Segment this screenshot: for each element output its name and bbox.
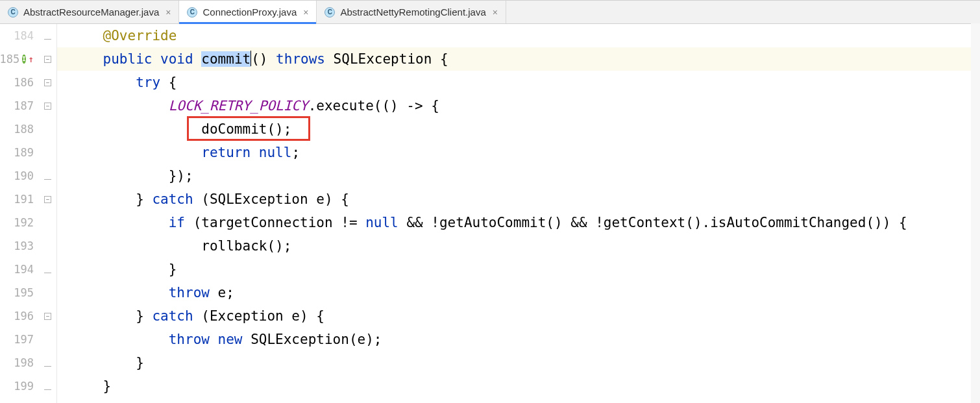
line-number[interactable]: 191 xyxy=(0,188,34,211)
code-line[interactable]: } catch (SQLException e) { xyxy=(57,188,980,211)
fold-cell[interactable] xyxy=(39,211,56,234)
editor-tabs: CAbstractResourceManager.java×CConnectio… xyxy=(0,1,980,24)
line-number[interactable]: 192 xyxy=(0,211,34,234)
code-area[interactable]: @Override public void commit() throws SQ… xyxy=(57,24,980,403)
fold-cell[interactable] xyxy=(39,351,56,374)
fold-cell[interactable] xyxy=(39,141,56,164)
fold-cell[interactable] xyxy=(39,24,56,47)
class-file-icon: C xyxy=(187,7,197,18)
fold-cell[interactable]: − xyxy=(39,94,56,117)
fold-toggle-icon[interactable]: − xyxy=(44,79,51,86)
line-number[interactable]: 195 xyxy=(0,281,34,304)
fold-cell[interactable] xyxy=(39,117,56,141)
code-line[interactable] xyxy=(57,398,980,403)
close-icon[interactable]: × xyxy=(302,7,310,18)
fold-cell[interactable]: − xyxy=(39,47,56,71)
fold-toggle-icon[interactable]: − xyxy=(44,196,51,203)
line-gutter: 184185I↑18618718818919019119219319419519… xyxy=(0,24,39,403)
fold-cell[interactable] xyxy=(39,234,56,258)
code-line[interactable]: } xyxy=(57,374,980,398)
code-line[interactable]: } xyxy=(57,351,980,374)
line-number[interactable]: 196 xyxy=(0,304,34,328)
class-file-icon: C xyxy=(325,7,335,18)
arrow-up-icon: ↑ xyxy=(29,47,34,71)
fold-toggle-icon[interactable]: − xyxy=(44,103,51,110)
code-line[interactable]: @Override xyxy=(57,24,980,47)
line-number[interactable]: 186 xyxy=(0,71,34,94)
line-number[interactable]: 194 xyxy=(0,258,34,281)
line-number[interactable]: 188 xyxy=(0,117,34,141)
fold-end-icon xyxy=(44,266,51,273)
line-number[interactable]: 187 xyxy=(0,94,34,117)
tab-label: AbstractNettyRemotingClient.java xyxy=(340,6,485,18)
fold-cell[interactable]: − xyxy=(39,71,56,94)
line-number[interactable]: 193 xyxy=(0,234,34,258)
line-number[interactable]: 184 xyxy=(0,24,34,47)
vertical-scrollbar[interactable] xyxy=(971,23,980,403)
fold-column[interactable]: −−−−− xyxy=(39,24,57,403)
fold-cell[interactable] xyxy=(39,398,56,403)
line-number[interactable]: 189 xyxy=(0,141,34,164)
code-line[interactable]: LOCK_RETRY_POLICY.execute(() -> { xyxy=(57,94,980,117)
code-line[interactable]: public void commit() throws SQLException… xyxy=(57,47,980,71)
fold-cell[interactable] xyxy=(39,258,56,281)
fold-cell[interactable] xyxy=(39,374,56,398)
fold-end-icon xyxy=(44,32,51,40)
code-line[interactable]: rollback(); xyxy=(57,234,980,258)
class-file-icon: C xyxy=(8,7,18,18)
fold-end-icon xyxy=(44,173,51,180)
code-line[interactable]: throw e; xyxy=(57,281,980,304)
line-number[interactable]: 198 xyxy=(0,351,34,374)
line-number[interactable]: 199 xyxy=(0,374,34,398)
editor-tab[interactable]: CAbstractResourceManager.java× xyxy=(0,1,179,23)
code-line[interactable]: throw new SQLException(e); xyxy=(57,328,980,351)
tab-label: AbstractResourceManager.java xyxy=(23,6,159,18)
line-number[interactable] xyxy=(0,398,34,403)
fold-toggle-icon[interactable]: − xyxy=(44,313,51,320)
code-line[interactable]: } xyxy=(57,258,980,281)
code-line[interactable]: }); xyxy=(57,164,980,188)
fold-cell[interactable]: − xyxy=(39,304,56,328)
fold-cell[interactable] xyxy=(39,164,56,188)
fold-cell[interactable]: − xyxy=(39,188,56,211)
code-line[interactable]: } catch (Exception e) { xyxy=(57,304,980,328)
line-number[interactable]: 190 xyxy=(0,164,34,188)
code-line[interactable]: if (targetConnection != null && !getAuto… xyxy=(57,211,980,234)
code-editor[interactable]: 184185I↑18618718818919019119219319419519… xyxy=(0,24,980,403)
fold-toggle-icon[interactable]: − xyxy=(44,56,51,63)
override-marker-icon[interactable]: I xyxy=(22,55,25,64)
editor-tab[interactable]: CConnectionProxy.java× xyxy=(179,1,317,23)
code-line[interactable]: return null; xyxy=(57,141,980,164)
tab-label: ConnectionProxy.java xyxy=(202,6,297,18)
code-line[interactable]: try { xyxy=(57,71,980,94)
line-number[interactable]: 185I↑ xyxy=(0,47,34,71)
line-number[interactable]: 197 xyxy=(0,328,34,351)
editor-tab[interactable]: CAbstractNettyRemotingClient.java× xyxy=(317,1,506,23)
close-icon[interactable]: × xyxy=(491,7,499,18)
fold-cell[interactable] xyxy=(39,281,56,304)
fold-end-icon xyxy=(44,360,51,367)
close-icon[interactable]: × xyxy=(164,7,172,18)
fold-cell[interactable] xyxy=(39,328,56,351)
code-line[interactable]: doCommit(); xyxy=(57,117,980,141)
highlight-box xyxy=(187,116,310,141)
fold-end-icon xyxy=(44,383,51,390)
